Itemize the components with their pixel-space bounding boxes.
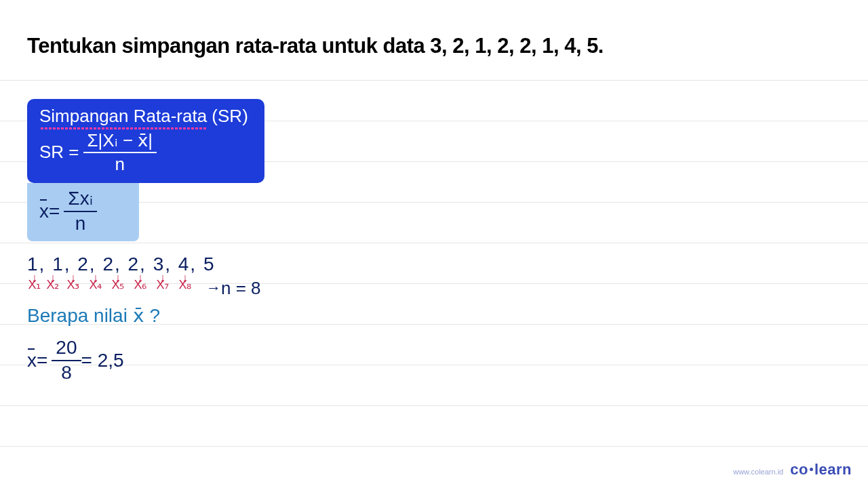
sr-denominator: n (115, 153, 125, 174)
sorted-dataset: 1, 1, 2, 2, 2, 3, 4, 5 (27, 253, 841, 275)
data-label: ↓X₈ (176, 274, 195, 289)
x-label: X₈ (176, 281, 195, 289)
data-label: ↓X₆ (131, 274, 150, 289)
slide-content: Tentukan simpangan rata-rata untuk data … (0, 0, 868, 383)
data-label: ↓X₂ (45, 274, 60, 289)
x-label: X₅ (108, 281, 127, 289)
xbar-symbol: x (39, 201, 49, 222)
xbar-symbol-calc: x (27, 350, 37, 371)
brand-learn: learn (814, 461, 852, 478)
mean-formula-equation: x = Σxᵢ n (39, 188, 127, 235)
mean-question: Berapa nilai x̄ ? (27, 304, 841, 327)
problem-title: Tentukan simpangan rata-rata untuk data … (27, 34, 841, 58)
calc-fraction: 20 8 (52, 338, 81, 384)
data-label: ↓X₅ (108, 274, 127, 289)
x-label: X₇ (153, 281, 172, 289)
mean-calculation: x = 20 8 = 2,5 (27, 338, 841, 384)
x-label: X₁ (27, 281, 42, 289)
mean-eq-sign: = (49, 201, 60, 222)
sr-fraction: Σ|Xᵢ − x̄| n (83, 131, 157, 174)
sr-formula-heading: Simpangan Rata-rata (SR) (39, 106, 252, 127)
data-label: ↓X₁ (27, 274, 42, 289)
calc-result: = 2,5 (81, 350, 124, 371)
arrow-right-icon: → (206, 279, 218, 297)
x-label: X₂ (45, 281, 60, 289)
data-labels-row: ↓X₁↓X₂↓X₃↓X₄↓X₅↓X₆↓X₇↓X₈ → n = 8 (27, 274, 841, 295)
heading-underlined: Simpangan Rata-rata (39, 106, 207, 127)
calc-denominator: 8 (61, 361, 72, 384)
sr-formula-equation: SR = Σ|Xᵢ − x̄| n (39, 131, 252, 174)
n-equation: → n = 8 (206, 278, 261, 299)
sr-numerator: Σ|Xᵢ − x̄| (83, 131, 157, 153)
brand-logo: colearn (790, 461, 852, 479)
x-label: X₃ (64, 281, 83, 289)
calc-eq-sign: = (37, 350, 47, 371)
calc-numerator: 20 (52, 338, 81, 361)
x-label: X₄ (86, 281, 105, 289)
data-label: ↓X₄ (86, 274, 105, 289)
data-label: ↓X₇ (153, 274, 172, 289)
sr-lhs: SR = (39, 142, 79, 163)
mean-fraction: Σxᵢ n (64, 188, 96, 235)
brand-dot-icon (810, 468, 813, 471)
mean-formula-box: x = Σxᵢ n (27, 183, 139, 241)
brand-co: co (790, 461, 808, 478)
n-value: n = 8 (221, 278, 261, 299)
footer: www.colearn.id colearn (733, 461, 852, 479)
heading-suffix: (SR) (207, 106, 248, 126)
data-label: ↓X₃ (64, 274, 83, 289)
x-label: X₆ (131, 281, 150, 289)
sr-formula-box: Simpangan Rata-rata (SR) SR = Σ|Xᵢ − x̄|… (27, 99, 264, 183)
mean-numerator: Σxᵢ (64, 188, 96, 212)
mean-denominator: n (75, 212, 86, 235)
footer-url: www.colearn.id (733, 468, 783, 476)
